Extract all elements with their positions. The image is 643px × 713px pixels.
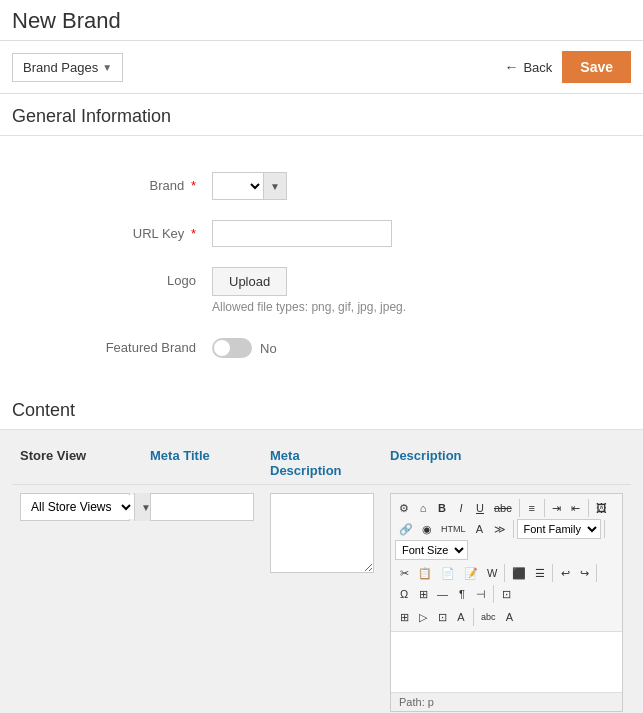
url-key-input[interactable] [212, 220, 392, 247]
featured-brand-field-row: Featured Brand No [0, 324, 643, 368]
cut-button[interactable]: ✂ [395, 563, 413, 583]
top-bar-actions: ← Back Save [504, 51, 631, 83]
html-button[interactable]: HTML [437, 519, 470, 539]
toggle-no-label: No [260, 341, 277, 356]
toolbar-sep-10 [473, 608, 474, 626]
url-key-field-row: URL Key * [0, 210, 643, 257]
strikethrough-button[interactable]: abc [490, 498, 516, 518]
upload-button[interactable]: Upload [212, 267, 287, 296]
image-button[interactable]: 🖼 [592, 498, 611, 518]
undo-button[interactable]: ↩ [556, 563, 574, 583]
back-arrow-icon: ← [504, 59, 518, 75]
paste-button[interactable]: 📄 [437, 563, 459, 583]
save-button[interactable]: Save [562, 51, 631, 83]
url-key-control [212, 220, 631, 247]
col-meta-title: Meta Title [142, 448, 262, 478]
align-center[interactable]: ☰ [531, 563, 549, 583]
plugin-btn6[interactable]: A [501, 607, 519, 627]
plugin-btn1[interactable]: ⊞ [395, 607, 413, 627]
wysiwyg-icon2[interactable]: ⌂ [414, 498, 432, 518]
meta-title-cell [142, 493, 262, 521]
wysiwyg-icon1[interactable]: ⚙ [395, 498, 413, 518]
table-button[interactable]: ⊞ [414, 584, 432, 604]
toolbar-row-2: ✂ 📋 📄 📝 W ⬛ ☰ ↩ ↪ Ω [395, 562, 618, 605]
paste-word-button[interactable]: W [483, 563, 501, 583]
toolbar-sep-7 [552, 564, 553, 582]
indent-button[interactable]: ⇥ [548, 498, 566, 518]
general-information-section: General Information Brand * ▼ URL Key [0, 94, 643, 388]
page-title: New Brand [12, 8, 631, 34]
chevron-down-icon: ▼ [270, 181, 280, 192]
paste-text-button[interactable]: 📝 [460, 563, 482, 583]
bold-button[interactable]: B [433, 498, 451, 518]
chevron-down-icon: ▼ [102, 62, 112, 73]
plugin-btn5[interactable]: abc [477, 607, 500, 627]
meta-title-input[interactable] [150, 493, 254, 521]
content-header: Content [0, 388, 643, 429]
meta-desc-cell [262, 493, 382, 576]
toolbar-row-3: ⊞ ▷ ⊡ A abc A [395, 606, 519, 628]
editor-toolbar: ⚙ ⌂ B I U abc ≡ ⇥ ⇤ 🖼 [391, 494, 622, 632]
toolbar-sep-1 [519, 499, 520, 517]
content-table-area: Store View Meta Title Meta Description D… [0, 430, 643, 713]
store-view-select-wrap: All Store Views ▼ [20, 493, 130, 521]
url-key-label: URL Key * [12, 220, 212, 241]
featured-brand-control: No [212, 334, 631, 358]
plugin-btn2[interactable]: ▷ [414, 607, 432, 627]
toggle-slider [212, 338, 252, 358]
special-char-button[interactable]: Ω [395, 584, 413, 604]
align-left[interactable]: ⬛ [508, 563, 530, 583]
format-button[interactable]: ¶ [453, 584, 471, 604]
page-header: New Brand Brand Pages ▼ ← Back Save [0, 0, 643, 94]
link-button[interactable]: 🔗 [395, 519, 417, 539]
featured-brand-toggle-wrap: No [212, 338, 631, 358]
meta-description-textarea[interactable] [270, 493, 374, 573]
featured-brand-label: Featured Brand [12, 334, 212, 355]
plugin-btn4[interactable]: A [452, 607, 470, 627]
top-bar: Brand Pages ▼ ← Back Save [0, 40, 643, 94]
font-size-select[interactable]: Font Size [395, 540, 468, 560]
list-button[interactable]: ≡ [523, 498, 541, 518]
wysiwyg-editor: ⚙ ⌂ B I U abc ≡ ⇥ ⇤ 🖼 [390, 493, 623, 712]
toolbar-sep-2 [544, 499, 545, 517]
section-divider [0, 135, 643, 136]
copy-button[interactable]: 📋 [414, 563, 436, 583]
media-button[interactable]: ◉ [418, 519, 436, 539]
toolbar-sep-5 [604, 520, 605, 538]
back-button[interactable]: ← Back [504, 59, 552, 75]
col-description: Description [382, 448, 631, 478]
font-family-select[interactable]: Font Family [517, 519, 601, 539]
brand-select[interactable] [213, 173, 263, 199]
logo-control: Upload Allowed file types: png, gif, jpg… [212, 267, 631, 314]
outdent-button[interactable]: ⇤ [567, 498, 585, 518]
store-view-select[interactable]: All Store Views [21, 495, 134, 519]
redo-button[interactable]: ↪ [575, 563, 593, 583]
col-meta-description: Meta Description [262, 448, 382, 478]
table-row: All Store Views ▼ ⚙ ⌂ B [12, 485, 631, 713]
brand-dropdown-icon[interactable]: ▼ [263, 173, 286, 199]
toolbar-sep-3 [588, 499, 589, 517]
underline-button[interactable]: U [471, 498, 489, 518]
general-info-form: Brand * ▼ URL Key * [0, 152, 643, 388]
plugin-btn3[interactable]: ⊡ [433, 607, 451, 627]
brand-field-row: Brand * ▼ [0, 162, 643, 210]
required-mark: * [191, 226, 196, 241]
editor-content[interactable] [391, 632, 622, 692]
brand-label: Brand * [12, 172, 212, 193]
more-button[interactable]: ≫ [490, 519, 510, 539]
content-section: Content Store View Meta Title Meta Descr… [0, 388, 643, 713]
toolbar-sep-9 [493, 585, 494, 603]
content-title: Content [12, 400, 631, 421]
general-info-title: General Information [12, 106, 631, 127]
featured-brand-toggle[interactable] [212, 338, 252, 358]
brand-pages-button[interactable]: Brand Pages ▼ [12, 53, 123, 82]
color-button[interactable]: A [471, 519, 489, 539]
italic-button[interactable]: I [452, 498, 470, 518]
hr-button[interactable]: ― [433, 584, 452, 604]
toolbar-sep-6 [504, 564, 505, 582]
ltr-button[interactable]: ⊣ [472, 584, 490, 604]
file-types-note: Allowed file types: png, gif, jpg, jpeg. [212, 300, 631, 314]
brand-control: ▼ [212, 172, 631, 200]
visual-aid[interactable]: ⊡ [497, 584, 515, 604]
logo-label: Logo [12, 267, 212, 288]
